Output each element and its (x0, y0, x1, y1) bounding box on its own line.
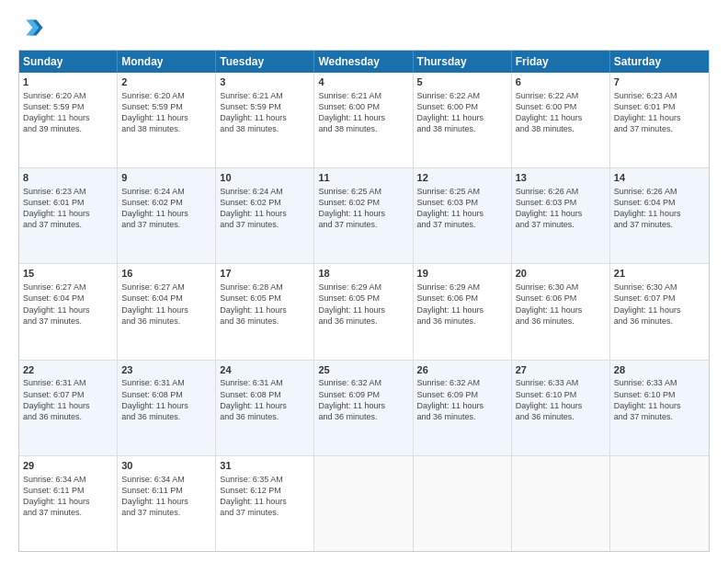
day-number: 5 (417, 75, 507, 89)
calendar-cell: 21Sunrise: 6:30 AM Sunset: 6:07 PM Dayli… (610, 264, 709, 359)
day-number: 19 (417, 267, 507, 281)
day-number: 20 (516, 267, 606, 281)
day-info: Sunrise: 6:21 AM Sunset: 5:59 PM Dayligh… (220, 90, 310, 135)
day-number: 9 (121, 171, 211, 185)
day-info: Sunrise: 6:29 AM Sunset: 6:06 PM Dayligh… (417, 282, 507, 327)
day-number: 2 (121, 75, 211, 89)
calendar-header-cell: Thursday (414, 51, 512, 73)
calendar-cell (512, 456, 610, 551)
calendar-cell: 4Sunrise: 6:21 AM Sunset: 6:00 PM Daylig… (314, 73, 413, 167)
day-number: 24 (220, 363, 310, 377)
calendar-cell: 20Sunrise: 6:30 AM Sunset: 6:06 PM Dayli… (512, 264, 610, 359)
day-info: Sunrise: 6:30 AM Sunset: 6:07 PM Dayligh… (614, 282, 705, 327)
calendar-week: 29Sunrise: 6:34 AM Sunset: 6:11 PM Dayli… (19, 456, 709, 551)
calendar-cell: 27Sunrise: 6:33 AM Sunset: 6:10 PM Dayli… (512, 361, 610, 455)
calendar-cell: 16Sunrise: 6:27 AM Sunset: 6:04 PM Dayli… (118, 264, 216, 359)
day-info: Sunrise: 6:30 AM Sunset: 6:06 PM Dayligh… (516, 282, 606, 327)
calendar-cell: 11Sunrise: 6:25 AM Sunset: 6:02 PM Dayli… (314, 168, 413, 263)
calendar-week: 15Sunrise: 6:27 AM Sunset: 6:04 PM Dayli… (19, 264, 709, 360)
calendar-cell: 9Sunrise: 6:24 AM Sunset: 6:02 PM Daylig… (118, 168, 216, 263)
day-number: 22 (23, 363, 113, 377)
calendar-cell: 17Sunrise: 6:28 AM Sunset: 6:05 PM Dayli… (216, 264, 314, 359)
day-number: 17 (220, 267, 310, 281)
day-number: 14 (614, 171, 705, 185)
day-info: Sunrise: 6:27 AM Sunset: 6:04 PM Dayligh… (23, 282, 113, 327)
calendar-cell: 18Sunrise: 6:29 AM Sunset: 6:05 PM Dayli… (314, 264, 413, 359)
day-number: 1 (23, 75, 113, 89)
day-info: Sunrise: 6:27 AM Sunset: 6:04 PM Dayligh… (121, 282, 211, 327)
calendar-cell (314, 456, 413, 551)
day-info: Sunrise: 6:20 AM Sunset: 5:59 PM Dayligh… (23, 90, 113, 135)
day-number: 11 (318, 171, 408, 185)
day-number: 6 (516, 75, 606, 89)
day-info: Sunrise: 6:21 AM Sunset: 6:00 PM Dayligh… (318, 90, 408, 135)
calendar-cell: 12Sunrise: 6:25 AM Sunset: 6:03 PM Dayli… (414, 168, 512, 263)
calendar-cell: 6Sunrise: 6:22 AM Sunset: 6:00 PM Daylig… (512, 73, 610, 167)
day-info: Sunrise: 6:33 AM Sunset: 6:10 PM Dayligh… (516, 377, 606, 422)
day-number: 21 (614, 267, 705, 281)
day-number: 25 (318, 363, 408, 377)
calendar-cell: 5Sunrise: 6:22 AM Sunset: 6:00 PM Daylig… (414, 73, 512, 167)
day-number: 29 (23, 459, 113, 473)
calendar-cell: 7Sunrise: 6:23 AM Sunset: 6:01 PM Daylig… (610, 73, 709, 167)
day-info: Sunrise: 6:25 AM Sunset: 6:02 PM Dayligh… (318, 186, 408, 231)
calendar-header-cell: Tuesday (216, 51, 314, 73)
day-info: Sunrise: 6:34 AM Sunset: 6:11 PM Dayligh… (121, 474, 211, 519)
day-info: Sunrise: 6:32 AM Sunset: 6:09 PM Dayligh… (318, 377, 408, 422)
day-number: 26 (417, 363, 507, 377)
calendar-cell: 24Sunrise: 6:31 AM Sunset: 6:08 PM Dayli… (216, 361, 314, 455)
calendar-header-cell: Friday (512, 51, 610, 73)
calendar-body: 1Sunrise: 6:20 AM Sunset: 5:59 PM Daylig… (19, 73, 709, 551)
calendar-cell: 2Sunrise: 6:20 AM Sunset: 5:59 PM Daylig… (118, 73, 216, 167)
day-info: Sunrise: 6:25 AM Sunset: 6:03 PM Dayligh… (417, 186, 507, 231)
calendar-cell: 22Sunrise: 6:31 AM Sunset: 6:07 PM Dayli… (19, 361, 118, 455)
calendar-header-cell: Monday (118, 51, 216, 73)
day-info: Sunrise: 6:31 AM Sunset: 6:08 PM Dayligh… (121, 377, 211, 422)
day-info: Sunrise: 6:22 AM Sunset: 6:00 PM Dayligh… (516, 90, 606, 135)
day-number: 27 (516, 363, 606, 377)
day-number: 23 (121, 363, 211, 377)
calendar-week: 8Sunrise: 6:23 AM Sunset: 6:01 PM Daylig… (19, 168, 709, 264)
day-number: 15 (23, 267, 113, 281)
calendar-cell: 25Sunrise: 6:32 AM Sunset: 6:09 PM Dayli… (314, 361, 413, 455)
day-info: Sunrise: 6:26 AM Sunset: 6:03 PM Dayligh… (516, 186, 606, 231)
calendar-cell: 3Sunrise: 6:21 AM Sunset: 5:59 PM Daylig… (216, 73, 314, 167)
day-info: Sunrise: 6:31 AM Sunset: 6:07 PM Dayligh… (23, 377, 113, 422)
calendar-cell: 1Sunrise: 6:20 AM Sunset: 5:59 PM Daylig… (19, 73, 118, 167)
day-info: Sunrise: 6:35 AM Sunset: 6:12 PM Dayligh… (220, 474, 310, 519)
calendar-cell: 26Sunrise: 6:32 AM Sunset: 6:09 PM Dayli… (414, 361, 512, 455)
day-info: Sunrise: 6:32 AM Sunset: 6:09 PM Dayligh… (417, 377, 507, 422)
calendar-cell (610, 456, 709, 551)
calendar-cell: 8Sunrise: 6:23 AM Sunset: 6:01 PM Daylig… (19, 168, 118, 263)
calendar-header-row: SundayMondayTuesdayWednesdayThursdayFrid… (19, 51, 709, 73)
calendar-cell (414, 456, 512, 551)
day-info: Sunrise: 6:26 AM Sunset: 6:04 PM Dayligh… (614, 186, 705, 231)
day-info: Sunrise: 6:28 AM Sunset: 6:05 PM Dayligh… (220, 282, 310, 327)
day-info: Sunrise: 6:34 AM Sunset: 6:11 PM Dayligh… (23, 474, 113, 519)
logo-icon (18, 15, 44, 40)
day-number: 13 (516, 171, 606, 185)
calendar: SundayMondayTuesdayWednesdayThursdayFrid… (18, 50, 710, 552)
calendar-cell: 29Sunrise: 6:34 AM Sunset: 6:11 PM Dayli… (19, 456, 118, 551)
calendar-cell: 13Sunrise: 6:26 AM Sunset: 6:03 PM Dayli… (512, 168, 610, 263)
day-number: 7 (614, 75, 705, 89)
day-info: Sunrise: 6:33 AM Sunset: 6:10 PM Dayligh… (614, 377, 705, 422)
day-number: 10 (220, 171, 310, 185)
calendar-cell: 19Sunrise: 6:29 AM Sunset: 6:06 PM Dayli… (414, 264, 512, 359)
day-number: 8 (23, 171, 113, 185)
day-number: 4 (318, 75, 408, 89)
calendar-week: 1Sunrise: 6:20 AM Sunset: 5:59 PM Daylig… (19, 73, 709, 168)
page: SundayMondayTuesdayWednesdayThursdayFrid… (0, 0, 728, 563)
calendar-cell: 31Sunrise: 6:35 AM Sunset: 6:12 PM Dayli… (216, 456, 314, 551)
day-info: Sunrise: 6:23 AM Sunset: 6:01 PM Dayligh… (614, 90, 705, 135)
calendar-cell: 30Sunrise: 6:34 AM Sunset: 6:11 PM Dayli… (118, 456, 216, 551)
calendar-cell: 15Sunrise: 6:27 AM Sunset: 6:04 PM Dayli… (19, 264, 118, 359)
day-info: Sunrise: 6:23 AM Sunset: 6:01 PM Dayligh… (23, 186, 113, 231)
day-number: 31 (220, 459, 310, 473)
calendar-header-cell: Wednesday (314, 51, 413, 73)
calendar-week: 22Sunrise: 6:31 AM Sunset: 6:07 PM Dayli… (19, 361, 709, 456)
day-info: Sunrise: 6:24 AM Sunset: 6:02 PM Dayligh… (220, 186, 310, 231)
header (18, 15, 710, 40)
calendar-header-cell: Saturday (610, 51, 709, 73)
day-number: 16 (121, 267, 211, 281)
